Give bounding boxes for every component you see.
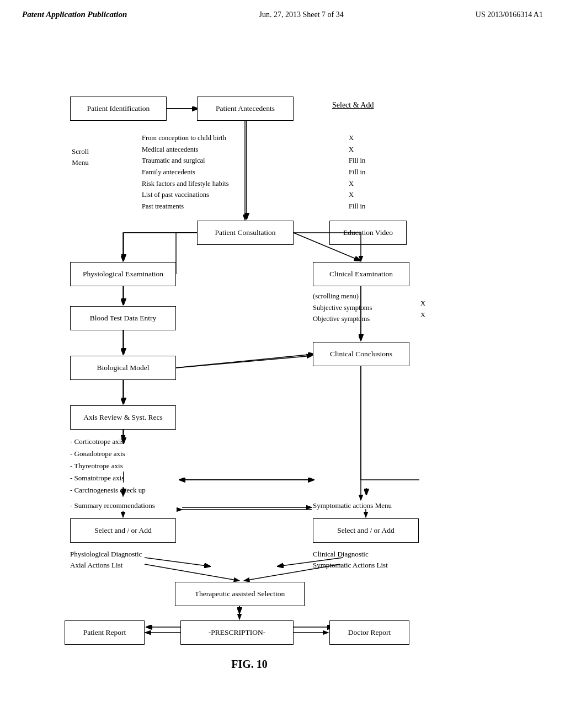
- select-add-top: Select & Add: [332, 101, 374, 110]
- blood-test-box: Blood Test Data Entry: [70, 306, 176, 330]
- scroll-menu-label: ScrollMenu: [72, 146, 89, 168]
- select-add-right-box: Select and / or Add: [313, 518, 419, 543]
- fig-caption: FIG. 10: [194, 658, 305, 671]
- education-video-box: Education Video: [329, 221, 407, 245]
- svg-line-25: [145, 558, 211, 566]
- antecedents-list: From conception to child birth Medical a…: [142, 132, 229, 212]
- svg-line-37: [176, 356, 312, 368]
- antecedents-values: X X Fill in Fill in X X Fill in: [349, 132, 365, 212]
- page-header: Patent Application Publication Jun. 27, …: [0, 0, 565, 25]
- clinical-examination-label: Clinical Examination: [329, 269, 393, 279]
- patient-antecedents-label: Patient Antecedents: [216, 104, 275, 114]
- symptomatic-actions-menu: Symptomatic actions Menu: [313, 500, 392, 511]
- physiological-diagnostic: Physiological DiagnosticAxial Actions Li…: [70, 549, 142, 570]
- education-video-label: Education Video: [343, 228, 393, 238]
- header-date-sheet: Jun. 27, 2013 Sheet 7 of 34: [259, 10, 343, 19]
- axis-review-label: Axis Review & Syst. Recs: [83, 413, 163, 422]
- patient-identification-box: Patient Identification: [70, 97, 167, 121]
- doctor-report-box: Doctor Report: [329, 620, 409, 645]
- doctor-report-label: Doctor Report: [348, 628, 391, 638]
- biological-model-label: Biological Model: [97, 363, 150, 373]
- patient-consultation-label: Patient Consultation: [215, 228, 276, 238]
- header-publication: Patent Application Publication: [22, 10, 127, 19]
- prescription-label: -PRESCRIPTION-: [209, 628, 266, 638]
- physiological-examination-box: Physiological Examination: [70, 262, 176, 286]
- clinical-examination-box: Clinical Examination: [313, 262, 409, 286]
- svg-line-13: [175, 354, 315, 368]
- patient-antecedents-box: Patient Antecedents: [197, 97, 294, 121]
- select-add-left-label: Select and / or Add: [94, 526, 151, 536]
- axis-list: - Corticotrope axis - Gonadotrope axis -…: [70, 436, 146, 496]
- patient-identification-label: Patient Identification: [87, 104, 150, 114]
- therapeutic-selection-label: Therapeutic assisted Selection: [195, 589, 285, 599]
- clinical-diagnostic: Clinical DiagnosticSymptomatic Actions L…: [313, 549, 388, 570]
- clinical-exam-values: XX: [420, 298, 425, 320]
- clinical-conclusions-label: Clinical Conclusions: [330, 349, 392, 359]
- prescription-box: -PRESCRIPTION-: [180, 620, 294, 645]
- patient-report-box: Patient Report: [65, 620, 145, 645]
- clinical-conclusions-box: Clinical Conclusions: [313, 342, 409, 366]
- summary-recommendations: - Summary recommendations: [70, 500, 155, 511]
- patient-report-label: Patient Report: [83, 628, 126, 638]
- physiological-examination-label: Physiological Examination: [83, 269, 163, 279]
- biological-model-box: Biological Model: [70, 356, 176, 380]
- header-patent-number: US 2013/0166314 A1: [476, 10, 543, 19]
- diagram-area: Patient Identification Patient Anteceden…: [34, 25, 531, 687]
- therapeutic-selection-box: Therapeutic assisted Selection: [175, 582, 305, 606]
- patient-consultation-box: Patient Consultation: [197, 221, 294, 245]
- select-add-left-box: Select and / or Add: [70, 518, 176, 543]
- select-add-right-label: Select and / or Add: [337, 526, 394, 536]
- axis-review-box: Axis Review & Syst. Recs: [70, 405, 176, 430]
- clinical-exam-sub: (scrolling menu) Subjective symptoms Obj…: [313, 291, 372, 325]
- blood-test-label: Blood Test Data Entry: [90, 313, 157, 323]
